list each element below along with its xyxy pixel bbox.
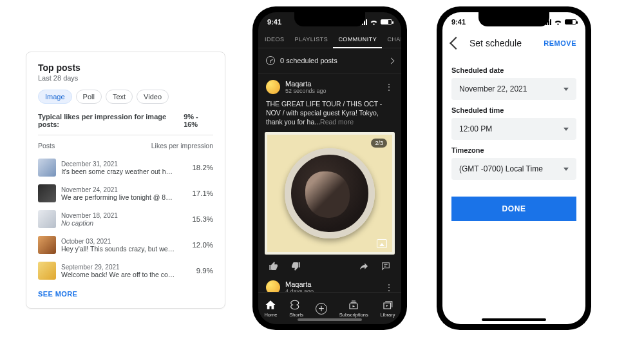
post-caption: Hey y'all! This sounds crazy, but we are… [61, 245, 176, 253]
post2-more-icon[interactable]: ⋮ [384, 282, 393, 293]
label-date: Scheduled date [451, 66, 576, 74]
typical-value: 9% - 16% [184, 113, 213, 128]
avatar[interactable] [266, 80, 280, 94]
notch [478, 12, 549, 26]
chip-text[interactable]: Text [106, 90, 133, 104]
post-meta: September 29, 2021Welcome back! We are o… [61, 264, 176, 278]
post-thumbnail [38, 210, 56, 228]
tab-videos[interactable]: IDEOS [260, 32, 290, 48]
chip-row: Image Poll Text Video [38, 90, 213, 104]
card-subtitle: Last 28 days [38, 74, 213, 82]
col-likes: Likes per impression [151, 142, 213, 150]
channel-tabs: IDEOS PLAYLISTS COMMUNITY CHANNELS ABOUT [258, 32, 401, 48]
post-caption: No caption [61, 219, 176, 227]
post-date: October 03, 2021 [61, 238, 176, 245]
nav-subscriptions[interactable]: Subscriptions [339, 299, 368, 318]
likes-per-impression: 12.0% [181, 241, 213, 249]
likes-per-impression: 18.2% [181, 164, 213, 171]
gallery-icon [377, 239, 387, 248]
status-time: 9:41 [267, 18, 281, 26]
table-row[interactable]: December 31, 2021It's been some crazy we… [38, 155, 213, 180]
photo-content [285, 148, 375, 238]
post-timestamp: 52 seconds ago [285, 88, 327, 94]
chip-poll[interactable]: Poll [76, 90, 102, 104]
schedule-header: Set schedule REMOVE [442, 32, 585, 55]
field-timezone[interactable]: (GMT -0700) Local Time [451, 158, 576, 180]
comment-button[interactable] [381, 261, 391, 271]
table-row[interactable]: September 29, 2021Welcome back! We are o… [38, 258, 213, 284]
post-meta: October 03, 2021Hey y'all! This sounds c… [61, 238, 176, 253]
field-date[interactable]: November 22, 2021 [451, 78, 576, 100]
read-more-link[interactable]: Read more [320, 118, 354, 126]
table-row[interactable]: November 18, 2021No caption15.3% [38, 206, 213, 232]
nav-library[interactable]: Library [381, 299, 395, 318]
typical-row: Typical likes per impression for image p… [38, 113, 213, 135]
post-header: Maqarta 52 seconds ago ⋮ [258, 73, 401, 97]
post-thumbnail [38, 236, 56, 254]
tab-community[interactable]: COMMUNITY [333, 32, 382, 48]
battery-icon [565, 19, 576, 24]
back-arrow-icon[interactable] [450, 37, 462, 50]
chevron-down-icon [564, 88, 569, 91]
label-time: Scheduled time [451, 106, 576, 114]
table-row[interactable]: November 24, 2021We are performing live … [38, 180, 213, 206]
wifi-icon [370, 19, 378, 25]
table-header: Posts Likes per impression [38, 142, 213, 150]
plus-icon: + [316, 303, 327, 315]
field-time[interactable]: 12:00 PM [451, 118, 576, 140]
card-title: Top posts [38, 63, 213, 73]
rows-container: December 31, 2021It's been some crazy we… [38, 155, 213, 284]
chip-image[interactable]: Image [38, 90, 72, 104]
phone-schedule: 9:41 Set schedule REMOVE Scheduled date … [437, 6, 591, 330]
post-thumbnail [38, 184, 56, 202]
chevron-down-icon [564, 128, 569, 131]
post-thumbnail [38, 159, 56, 177]
post-thumbnail [38, 262, 56, 280]
table-row[interactable]: October 03, 2021Hey y'all! This sounds c… [38, 232, 213, 258]
phone-community: 9:41 IDEOS PLAYLISTS COMMUNITY CHANNELS … [252, 6, 407, 330]
notch [294, 12, 365, 26]
likes-per-impression: 17.1% [181, 189, 213, 197]
chip-video[interactable]: Video [137, 90, 169, 104]
likes-per-impression: 15.3% [181, 215, 213, 223]
share-button[interactable] [359, 261, 369, 271]
tab-channels[interactable]: CHANNELS [382, 32, 401, 48]
done-button[interactable]: DONE [451, 197, 576, 221]
battery-icon [381, 19, 392, 24]
post-username[interactable]: Maqarta [285, 80, 327, 88]
post-date: December 31, 2021 [61, 160, 176, 168]
nav-create[interactable]: + [316, 303, 327, 315]
dislike-button[interactable] [290, 261, 301, 271]
image-counter: 2/3 [371, 139, 387, 148]
tab-playlists[interactable]: PLAYLISTS [290, 32, 334, 48]
remove-button[interactable]: REMOVE [544, 39, 576, 47]
post-meta: December 31, 2021It's been some crazy we… [61, 160, 176, 175]
col-posts: Posts [38, 142, 55, 150]
top-posts-card: Top posts Last 28 days Image Poll Text V… [26, 52, 225, 309]
nav-shorts[interactable]: Shorts [289, 299, 303, 318]
post-date: November 24, 2021 [61, 186, 176, 193]
post-more-icon[interactable]: ⋮ [384, 82, 393, 92]
post-image[interactable]: 2/3 [265, 132, 395, 255]
post-date: November 18, 2021 [61, 212, 176, 219]
nav-home[interactable]: Home [264, 299, 277, 318]
likes-per-impression: 9.9% [181, 267, 213, 275]
post2-username[interactable]: Maqarta [285, 280, 314, 288]
like-button[interactable] [269, 261, 279, 271]
see-more-link[interactable]: SEE MORE [38, 290, 213, 298]
clock-icon [266, 56, 275, 65]
post-caption: Welcome back! We are off to the courts..… [61, 271, 176, 278]
scheduled-label: 0 scheduled posts [280, 57, 337, 64]
home-indicator [482, 318, 546, 321]
post-meta: November 18, 2021No caption [61, 212, 176, 227]
post-caption: We are performing live tonight @ 8PM... [61, 193, 176, 201]
post-actions [258, 255, 401, 276]
page-title: Set schedule [469, 38, 535, 48]
schedule-form: Scheduled date November 22, 2021 Schedul… [442, 55, 585, 226]
label-timezone: Timezone [451, 146, 576, 154]
home-indicator [298, 318, 362, 321]
scheduled-posts-row[interactable]: 0 scheduled posts [258, 48, 401, 73]
post-body: THE GREAT LIFE TOUR / THIS OCT - NOV / w… [258, 97, 401, 132]
status-time: 9:41 [451, 18, 466, 26]
post-date: September 29, 2021 [61, 264, 176, 271]
